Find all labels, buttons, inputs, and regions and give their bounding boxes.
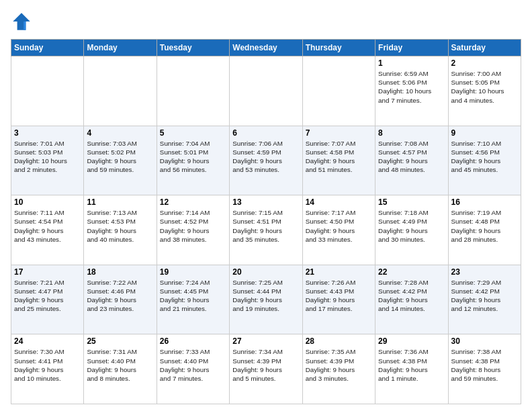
calendar-cell: 10Sunrise: 7:11 AM Sunset: 4:54 PM Dayli…	[11, 195, 84, 265]
logo	[11, 11, 35, 32]
calendar-cell	[230, 56, 302, 126]
calendar-cell: 22Sunrise: 7:28 AM Sunset: 4:42 PM Dayli…	[375, 265, 448, 334]
day-number: 21	[306, 267, 372, 277]
day-info: Sunrise: 7:24 AM Sunset: 4:45 PM Dayligh…	[160, 278, 226, 314]
calendar-cell: 11Sunrise: 7:13 AM Sunset: 4:53 PM Dayli…	[84, 195, 157, 265]
weekday-thursday: Thursday	[302, 40, 375, 56]
day-number: 17	[14, 267, 81, 277]
day-number: 27	[232, 336, 299, 346]
calendar-cell: 24Sunrise: 7:30 AM Sunset: 4:41 PM Dayli…	[11, 334, 84, 404]
calendar-cell: 9Sunrise: 7:10 AM Sunset: 4:56 PM Daylig…	[448, 126, 521, 195]
day-info: Sunrise: 7:13 AM Sunset: 4:53 PM Dayligh…	[87, 208, 153, 244]
day-number: 12	[160, 197, 226, 207]
calendar-cell: 30Sunrise: 7:38 AM Sunset: 4:38 PM Dayli…	[448, 334, 521, 404]
calendar-cell: 27Sunrise: 7:34 AM Sunset: 4:39 PM Dayli…	[230, 334, 302, 404]
calendar-cell: 20Sunrise: 7:25 AM Sunset: 4:44 PM Dayli…	[230, 265, 302, 334]
day-number: 2	[451, 58, 518, 68]
day-number: 23	[451, 267, 518, 277]
page: SundayMondayTuesdayWednesdayThursdayFrid…	[0, 0, 532, 411]
calendar-cell	[302, 56, 375, 126]
calendar-cell: 18Sunrise: 7:22 AM Sunset: 4:46 PM Dayli…	[84, 265, 157, 334]
day-number: 1	[378, 58, 445, 68]
calendar-cell: 15Sunrise: 7:18 AM Sunset: 4:49 PM Dayli…	[375, 195, 448, 265]
calendar-cell	[84, 56, 157, 126]
day-info: Sunrise: 7:30 AM Sunset: 4:41 PM Dayligh…	[14, 347, 81, 383]
day-info: Sunrise: 7:34 AM Sunset: 4:39 PM Dayligh…	[232, 347, 299, 383]
calendar-cell: 28Sunrise: 7:35 AM Sunset: 4:39 PM Dayli…	[302, 334, 375, 404]
calendar-table: SundayMondayTuesdayWednesdayThursdayFrid…	[11, 39, 521, 404]
calendar-cell: 3Sunrise: 7:01 AM Sunset: 5:03 PM Daylig…	[11, 126, 84, 195]
day-number: 4	[87, 128, 153, 138]
svg-marker-0	[13, 13, 30, 30]
calendar-cell: 25Sunrise: 7:31 AM Sunset: 4:40 PM Dayli…	[84, 334, 157, 404]
day-number: 24	[14, 336, 81, 346]
calendar-cell: 13Sunrise: 7:15 AM Sunset: 4:51 PM Dayli…	[230, 195, 302, 265]
weekday-header-row: SundayMondayTuesdayWednesdayThursdayFrid…	[11, 40, 521, 56]
day-number: 19	[160, 267, 226, 277]
day-info: Sunrise: 7:25 AM Sunset: 4:44 PM Dayligh…	[232, 278, 299, 314]
day-number: 29	[378, 336, 445, 346]
calendar-cell: 6Sunrise: 7:06 AM Sunset: 4:59 PM Daylig…	[230, 126, 302, 195]
day-number: 10	[14, 197, 81, 207]
calendar-cell: 16Sunrise: 7:19 AM Sunset: 4:48 PM Dayli…	[448, 195, 521, 265]
weekday-tuesday: Tuesday	[157, 40, 229, 56]
calendar-cell: 21Sunrise: 7:26 AM Sunset: 4:43 PM Dayli…	[302, 265, 375, 334]
calendar-cell	[157, 56, 229, 126]
calendar-row-0: 1Sunrise: 6:59 AM Sunset: 5:06 PM Daylig…	[11, 56, 521, 126]
day-number: 20	[232, 267, 299, 277]
calendar-cell: 2Sunrise: 7:00 AM Sunset: 5:05 PM Daylig…	[448, 56, 521, 126]
day-number: 7	[306, 128, 372, 138]
day-info: Sunrise: 7:33 AM Sunset: 4:40 PM Dayligh…	[160, 347, 226, 383]
calendar-cell: 23Sunrise: 7:29 AM Sunset: 4:42 PM Dayli…	[448, 265, 521, 334]
day-info: Sunrise: 7:08 AM Sunset: 4:57 PM Dayligh…	[378, 139, 445, 175]
calendar-cell: 14Sunrise: 7:17 AM Sunset: 4:50 PM Dayli…	[302, 195, 375, 265]
weekday-wednesday: Wednesday	[230, 40, 302, 56]
calendar-cell: 1Sunrise: 6:59 AM Sunset: 5:06 PM Daylig…	[375, 56, 448, 126]
day-info: Sunrise: 7:01 AM Sunset: 5:03 PM Dayligh…	[14, 139, 81, 175]
weekday-saturday: Saturday	[448, 40, 521, 56]
calendar-row-1: 3Sunrise: 7:01 AM Sunset: 5:03 PM Daylig…	[11, 126, 521, 195]
calendar-cell: 7Sunrise: 7:07 AM Sunset: 4:58 PM Daylig…	[302, 126, 375, 195]
day-info: Sunrise: 7:17 AM Sunset: 4:50 PM Dayligh…	[306, 208, 372, 244]
calendar-cell: 5Sunrise: 7:04 AM Sunset: 5:01 PM Daylig…	[157, 126, 229, 195]
day-info: Sunrise: 7:29 AM Sunset: 4:42 PM Dayligh…	[451, 278, 518, 314]
day-number: 5	[160, 128, 226, 138]
day-number: 25	[87, 336, 153, 346]
day-number: 6	[232, 128, 299, 138]
day-number: 26	[160, 336, 226, 346]
calendar-cell: 8Sunrise: 7:08 AM Sunset: 4:57 PM Daylig…	[375, 126, 448, 195]
calendar-cell: 26Sunrise: 7:33 AM Sunset: 4:40 PM Dayli…	[157, 334, 229, 404]
weekday-monday: Monday	[84, 40, 157, 56]
day-info: Sunrise: 7:14 AM Sunset: 4:52 PM Dayligh…	[160, 208, 226, 244]
day-number: 28	[306, 336, 372, 346]
day-info: Sunrise: 7:38 AM Sunset: 4:38 PM Dayligh…	[451, 347, 518, 383]
day-number: 9	[451, 128, 518, 138]
day-info: Sunrise: 7:26 AM Sunset: 4:43 PM Dayligh…	[306, 278, 372, 314]
day-info: Sunrise: 7:07 AM Sunset: 4:58 PM Dayligh…	[306, 139, 372, 175]
day-number: 3	[14, 128, 81, 138]
day-info: Sunrise: 7:11 AM Sunset: 4:54 PM Dayligh…	[14, 208, 81, 244]
day-info: Sunrise: 7:15 AM Sunset: 4:51 PM Dayligh…	[232, 208, 299, 244]
day-number: 14	[306, 197, 372, 207]
calendar-row-2: 10Sunrise: 7:11 AM Sunset: 4:54 PM Dayli…	[11, 195, 521, 265]
calendar-cell: 17Sunrise: 7:21 AM Sunset: 4:47 PM Dayli…	[11, 265, 84, 334]
weekday-sunday: Sunday	[11, 40, 84, 56]
calendar-cell: 12Sunrise: 7:14 AM Sunset: 4:52 PM Dayli…	[157, 195, 229, 265]
day-number: 18	[87, 267, 153, 277]
day-info: Sunrise: 7:00 AM Sunset: 5:05 PM Dayligh…	[451, 69, 518, 105]
day-number: 8	[378, 128, 445, 138]
day-number: 15	[378, 197, 445, 207]
day-info: Sunrise: 7:04 AM Sunset: 5:01 PM Dayligh…	[160, 139, 226, 175]
calendar-cell: 29Sunrise: 7:36 AM Sunset: 4:38 PM Dayli…	[375, 334, 448, 404]
calendar-cell: 4Sunrise: 7:03 AM Sunset: 5:02 PM Daylig…	[84, 126, 157, 195]
calendar-cell	[11, 56, 84, 126]
calendar-cell: 19Sunrise: 7:24 AM Sunset: 4:45 PM Dayli…	[157, 265, 229, 334]
day-info: Sunrise: 7:36 AM Sunset: 4:38 PM Dayligh…	[378, 347, 445, 383]
day-info: Sunrise: 7:10 AM Sunset: 4:56 PM Dayligh…	[451, 139, 518, 175]
day-info: Sunrise: 7:35 AM Sunset: 4:39 PM Dayligh…	[306, 347, 372, 383]
day-number: 22	[378, 267, 445, 277]
day-number: 30	[451, 336, 518, 346]
day-info: Sunrise: 7:19 AM Sunset: 4:48 PM Dayligh…	[451, 208, 518, 244]
day-info: Sunrise: 7:18 AM Sunset: 4:49 PM Dayligh…	[378, 208, 445, 244]
weekday-friday: Friday	[375, 40, 448, 56]
